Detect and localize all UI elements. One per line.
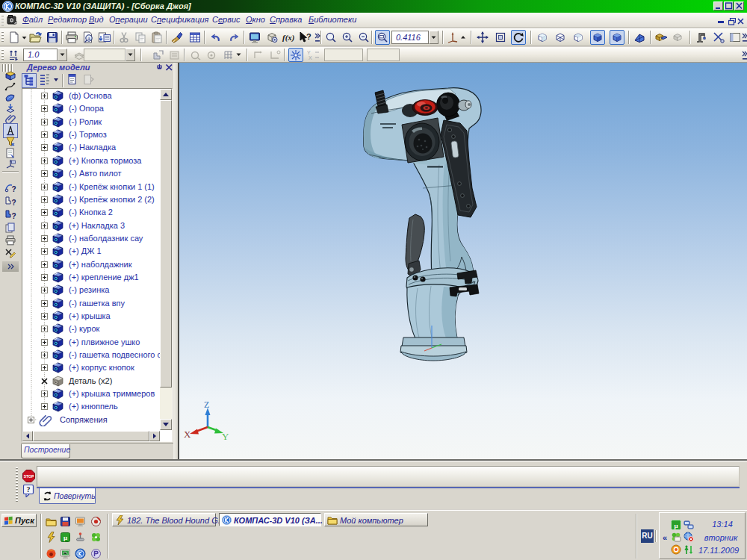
svg-text:μ: μ — [63, 534, 67, 541]
svg-text:Z: Z — [204, 399, 209, 410]
svg-text:?: ? — [12, 212, 16, 220]
svg-text:STOP: STOP — [24, 474, 34, 479]
svg-text:?: ? — [12, 185, 16, 193]
svg-text:Y: Y — [222, 431, 229, 442]
svg-text:X: X — [184, 429, 191, 440]
svg-text:μ: μ — [674, 522, 678, 529]
svg-text:?: ? — [12, 199, 16, 207]
svg-text:?: ? — [306, 32, 311, 41]
svg-text:f(x): f(x) — [282, 33, 295, 43]
svg-text:A: A — [87, 36, 91, 41]
svg-text:?: ? — [27, 485, 31, 494]
svg-text:YX: YX — [307, 50, 312, 60]
